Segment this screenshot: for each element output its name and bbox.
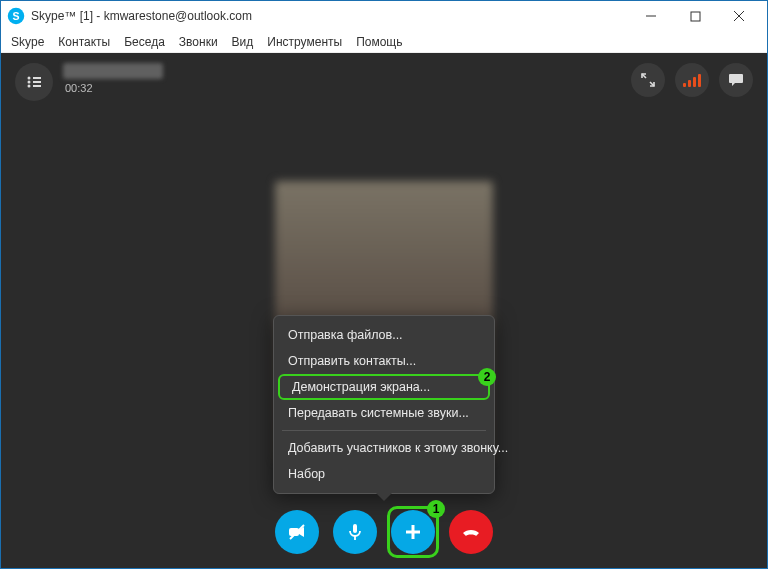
annotation-badge-2: 2	[478, 368, 496, 386]
chat-button[interactable]	[719, 63, 753, 97]
menu-dialpad[interactable]: Набор	[274, 461, 494, 487]
menu-item[interactable]: Контакты	[58, 35, 110, 49]
call-area: 00:32 Отправка файлов... Отправить конта…	[1, 53, 767, 568]
svg-rect-16	[353, 524, 357, 533]
menu-share-screen-label: Демонстрация экрана...	[292, 380, 430, 394]
window-controls	[629, 1, 761, 31]
camera-toggle-button[interactable]	[275, 510, 319, 554]
menu-item[interactable]: Skype	[11, 35, 44, 49]
svg-rect-9	[33, 81, 41, 83]
menu-system-sounds[interactable]: Передавать системные звуки...	[274, 400, 494, 426]
menu-item[interactable]: Помощь	[356, 35, 402, 49]
signal-button[interactable]	[675, 63, 709, 97]
camera-off-icon	[286, 521, 308, 543]
expand-icon	[641, 73, 655, 87]
svg-rect-3	[691, 12, 700, 21]
titlebar: S Skype™ [1] - kmwarestone@outlook.com	[1, 1, 767, 31]
call-controls: 1	[275, 510, 493, 554]
hangup-icon	[459, 520, 483, 544]
fullscreen-button[interactable]	[631, 63, 665, 97]
menu-item[interactable]: Инструменты	[267, 35, 342, 49]
call-list-button[interactable]	[15, 63, 53, 101]
window-title: Skype™ [1] - kmwarestone@outlook.com	[31, 9, 252, 23]
menu-item[interactable]: Звонки	[179, 35, 218, 49]
call-info: 00:32	[15, 63, 163, 101]
chat-icon	[728, 73, 744, 87]
menu-send-contacts[interactable]: Отправить контакты...	[274, 348, 494, 374]
annotation-badge-1: 1	[427, 500, 445, 518]
menu-send-files[interactable]: Отправка файлов...	[274, 322, 494, 348]
skype-logo-icon: S	[7, 7, 25, 25]
plus-button-wrap: 1	[391, 510, 435, 554]
plus-menu-popup: Отправка файлов... Отправить контакты...…	[273, 315, 495, 494]
app-window: S Skype™ [1] - kmwarestone@outlook.com S…	[0, 0, 768, 569]
signal-icon	[683, 73, 701, 87]
svg-point-10	[28, 85, 31, 88]
menu-add-participants[interactable]: Добавить участников к этому звонку...	[274, 435, 494, 461]
list-icon	[26, 75, 42, 89]
hangup-button[interactable]	[449, 510, 493, 554]
menu-separator	[282, 430, 486, 431]
microphone-icon	[344, 521, 366, 543]
svg-text:S: S	[12, 10, 19, 22]
minimize-button[interactable]	[629, 1, 673, 31]
menu-item[interactable]: Вид	[232, 35, 254, 49]
svg-rect-11	[33, 85, 41, 87]
mic-toggle-button[interactable]	[333, 510, 377, 554]
maximize-button[interactable]	[673, 1, 717, 31]
close-button[interactable]	[717, 1, 761, 31]
call-top-actions	[631, 63, 753, 97]
svg-rect-7	[33, 77, 41, 79]
svg-point-6	[28, 77, 31, 80]
call-duration: 00:32	[63, 82, 163, 94]
caller-name	[63, 63, 163, 79]
menubar: Skype Контакты Беседа Звонки Вид Инструм…	[1, 31, 767, 53]
menu-share-screen[interactable]: Демонстрация экрана... 2	[278, 374, 490, 400]
menu-item[interactable]: Беседа	[124, 35, 165, 49]
svg-point-8	[28, 81, 31, 84]
